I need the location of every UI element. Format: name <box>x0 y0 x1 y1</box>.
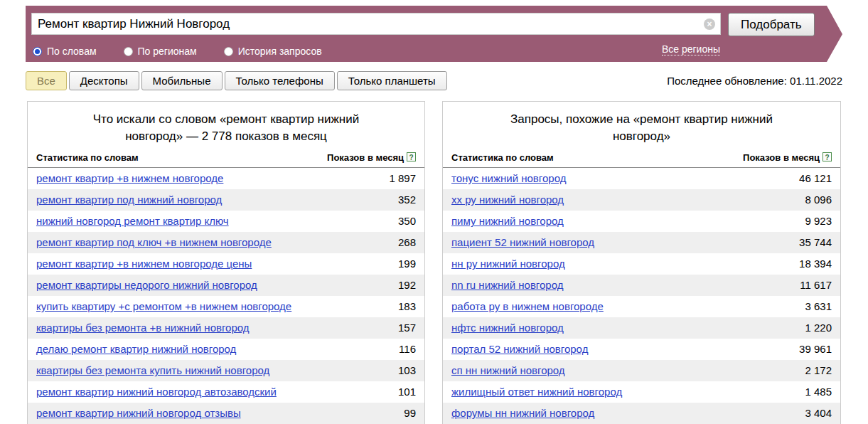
impressions-count: 116 <box>399 343 416 355</box>
panel-title: Что искали со словом «ремонт квартир ниж… <box>69 111 383 145</box>
submit-button[interactable]: Подобрать <box>728 13 815 36</box>
impressions-count: 199 <box>398 258 416 270</box>
table-row: ремонт квартир под ключ +в нижнем новгор… <box>28 232 424 253</box>
impressions-count: 11 617 <box>800 279 832 291</box>
table-row: работа ру в нижнем новгороде3 631 <box>443 296 840 317</box>
tab-tablets-only[interactable]: Только планшеты <box>337 71 447 90</box>
table-body: тонус нижний новгород46 121 хх ру нижний… <box>443 168 840 424</box>
column-keywords: Статистика по словам <box>36 152 139 163</box>
keyword-link[interactable]: ремонт квартир +в нижнем новгороде цены <box>36 258 252 270</box>
radio-query-history[interactable]: История запросов <box>224 46 322 57</box>
column-impressions-label: Показов в месяц <box>327 152 404 163</box>
keyword-link[interactable]: квартиры без ремонта купить нижний новго… <box>36 364 269 376</box>
search-bar-arrow <box>827 6 842 62</box>
last-update-label: Последнее обновление: 01.11.2022 <box>667 75 842 87</box>
radio-by-regions[interactable]: По регионам <box>124 46 197 57</box>
tab-desktops[interactable]: Десктопы <box>69 71 139 90</box>
radio-icon[interactable] <box>124 47 133 56</box>
radio-label: История запросов <box>238 46 322 57</box>
keyword-link[interactable]: ремонт квартиры недорого нижний новгород <box>36 279 257 291</box>
table-row: пациент 52 нижний новгород35 744 <box>443 232 840 253</box>
table-row: пиму нижний новгород9 923 <box>443 211 840 232</box>
impressions-count: 3 404 <box>805 407 832 419</box>
impressions-count: 39 961 <box>799 343 832 355</box>
search-mode-group: По словам По регионам История запросов <box>33 46 322 57</box>
clear-icon[interactable]: × <box>704 18 715 30</box>
radio-by-words[interactable]: По словам <box>33 46 97 57</box>
tab-all[interactable]: Все <box>26 71 67 90</box>
table-row: портал 52 нижний новгород39 961 <box>443 339 840 360</box>
keyword-link[interactable]: сп нн нижний новгород <box>451 364 565 376</box>
keyword-link[interactable]: форумы нн нижний новгород <box>451 407 594 419</box>
keyword-link[interactable]: портал 52 нижний новгород <box>451 343 588 355</box>
keyword-link[interactable]: нн ру нижний новгород <box>451 258 565 270</box>
help-icon[interactable]: ? <box>407 152 416 161</box>
table-row: nn ru нижний новгород11 617 <box>443 275 840 296</box>
impressions-count: 35 744 <box>799 236 832 248</box>
column-impressions: Показов в месяц? <box>743 152 832 163</box>
table-row: сп нн нижний новгород2 172 <box>443 360 840 381</box>
radio-icon[interactable] <box>224 47 233 56</box>
panel-searched-with-word: Что искали со словом «ремонт квартир ниж… <box>27 101 425 424</box>
table-row: делаю ремонт квартир нижний новгород116 <box>28 339 424 360</box>
impressions-count: 18 394 <box>799 258 832 270</box>
table-row: нижний новгород ремонт квартир ключ350 <box>28 211 424 232</box>
table-row: жилищный ответ нижний новгород1 485 <box>443 381 840 403</box>
radio-selected-icon[interactable] <box>33 47 42 56</box>
table-body: ремонт квартир +в нижнем новгороде1 897 … <box>28 168 424 424</box>
keyword-link[interactable]: жилищный ответ нижний новгород <box>451 386 622 398</box>
tab-phones-only[interactable]: Только телефоны <box>225 71 335 90</box>
impressions-count: 1 220 <box>805 322 832 334</box>
keyword-link[interactable]: квартиры без ремонта +в нижний новгород <box>36 322 250 334</box>
impressions-count: 192 <box>398 279 416 291</box>
search-input[interactable] <box>31 13 721 35</box>
impressions-count: 352 <box>398 194 416 206</box>
keyword-link[interactable]: работа ру в нижнем новгороде <box>451 300 604 312</box>
impressions-count: 46 121 <box>799 172 832 184</box>
keyword-link[interactable]: ремонт квартир нижний новгород автозавод… <box>36 386 277 398</box>
keyword-link[interactable]: купить квартиру +с ремонтом +в нижнем но… <box>36 300 291 312</box>
help-icon[interactable]: ? <box>823 152 832 161</box>
table-row: нн ру нижний новгород18 394 <box>443 253 840 275</box>
tab-mobile[interactable]: Мобильные <box>141 71 223 90</box>
impressions-count: 103 <box>398 364 416 376</box>
keyword-link[interactable]: нфтс нижний новгород <box>451 322 564 334</box>
search-bar: × Подобрать По словам По регионам Истори… <box>26 6 827 62</box>
impressions-count: 3 631 <box>805 300 832 312</box>
column-keywords: Статистика по словам <box>451 152 554 163</box>
keyword-link[interactable]: ремонт квартир +в нижнем новгороде <box>36 172 223 184</box>
impressions-count: 8 096 <box>805 194 832 206</box>
keyword-link[interactable]: ремонт квартир под ключ +в нижнем новгор… <box>36 236 272 248</box>
keyword-link[interactable]: ремонт квартир под нижний новгород <box>36 194 222 206</box>
impressions-count: 268 <box>398 236 416 248</box>
all-regions-link[interactable]: Все регионы <box>662 43 720 55</box>
keyword-link[interactable]: хх ру нижний новгород <box>451 194 564 206</box>
wordstat-page: × Подобрать По словам По регионам Истори… <box>0 0 868 424</box>
impressions-count: 1 897 <box>389 172 416 184</box>
keyword-link[interactable]: ремонт квартир нижний новгород отзывы <box>36 407 241 419</box>
impressions-count: 2 172 <box>805 364 832 376</box>
keyword-link[interactable]: nn ru нижний новгород <box>451 279 563 291</box>
table-row: ремонт квартир под нижний новгород352 <box>28 189 424 211</box>
table-header: Статистика по словам Показов в месяц? <box>443 151 840 168</box>
keyword-link[interactable]: делаю ремонт квартир нижний новгород <box>36 343 236 355</box>
keyword-link[interactable]: тонус нижний новгород <box>451 172 566 184</box>
radio-label: По регионам <box>138 46 197 57</box>
keyword-link[interactable]: нижний новгород ремонт квартир ключ <box>36 215 229 227</box>
device-tabs: Все Десктопы Мобильные Только телефоны Т… <box>26 71 447 90</box>
table-row: ремонт квартир +в нижнем новгороде цены1… <box>28 253 424 275</box>
table-row: квартиры без ремонта +в нижний новгород1… <box>28 317 424 339</box>
impressions-count: 350 <box>398 215 416 227</box>
table-row: ремонт квартиры недорого нижний новгород… <box>28 275 424 296</box>
keyword-link[interactable]: пациент 52 нижний новгород <box>451 236 594 248</box>
impressions-count: 101 <box>398 386 416 398</box>
table-row: ремонт квартир +в нижнем новгороде1 897 <box>28 168 424 189</box>
keyword-link[interactable]: пиму нижний новгород <box>451 215 564 227</box>
table-row: квартиры без ремонта купить нижний новго… <box>28 360 424 381</box>
table-row: ремонт квартир нижний новгород автозавод… <box>28 381 424 403</box>
impressions-count: 99 <box>404 407 416 419</box>
table-row: форумы нн нижний новгород3 404 <box>443 403 840 424</box>
table-row: нфтс нижний новгород1 220 <box>443 317 840 339</box>
column-impressions: Показов в месяц? <box>327 152 416 163</box>
column-impressions-label: Показов в месяц <box>743 152 820 163</box>
